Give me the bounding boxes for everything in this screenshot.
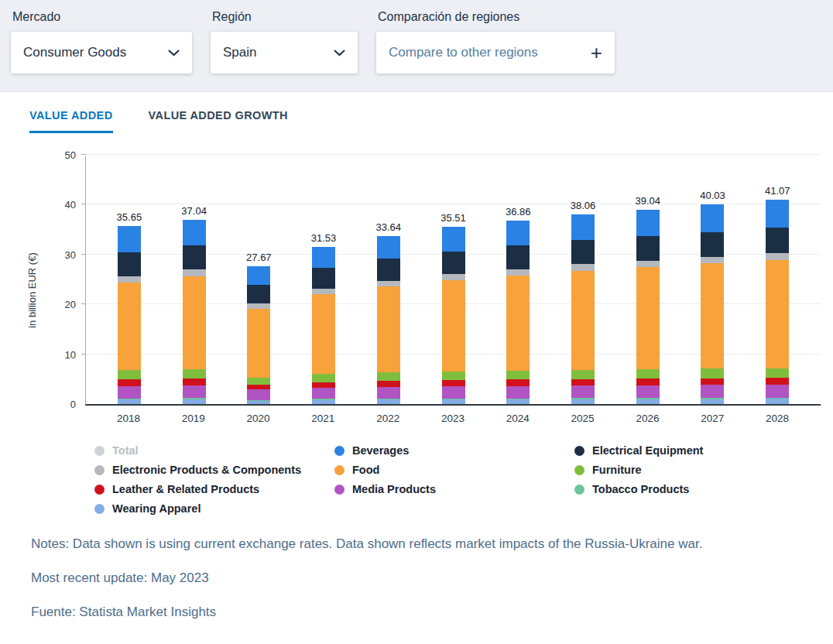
bar-segment <box>766 385 789 398</box>
legend-item[interactable]: Tobacco Products <box>574 483 833 495</box>
bar-segment <box>312 382 335 388</box>
bar-segment <box>442 274 465 280</box>
plot-area: 0102030405035.6537.0427.6731.5333.6435.5… <box>85 156 821 406</box>
y-tick-label: 50 <box>65 149 76 161</box>
legend-dot-icon <box>334 465 345 475</box>
market-label: Mercado <box>12 10 192 24</box>
bar-total-label: 27.67 <box>246 252 272 263</box>
x-tick-label: 2023 <box>420 413 485 424</box>
bar-segment <box>118 399 141 404</box>
x-tick-label: 2024 <box>485 413 550 424</box>
bar-segment <box>701 204 724 231</box>
filters-bar: Mercado Consumer Goods Región Spain Comp… <box>0 0 833 92</box>
bar-stack <box>701 204 724 404</box>
filter-group-market: Mercado Consumer Goods <box>11 10 192 74</box>
region-select[interactable]: Spain <box>211 32 358 74</box>
bar-segment <box>183 399 206 404</box>
y-tick-label: 20 <box>65 299 76 310</box>
compare-regions-button[interactable]: Compare to other regions + <box>376 32 615 74</box>
bar-segment <box>183 245 206 270</box>
bar-segment <box>118 283 141 370</box>
y-tick-label: 0 <box>70 399 76 410</box>
market-select[interactable]: Consumer Goods <box>11 32 192 74</box>
compare-label: Comparación de regiones <box>378 10 615 24</box>
legend-item[interactable]: Food <box>334 464 574 476</box>
bar-segment <box>118 386 141 399</box>
bar-2026: 39.04 <box>615 156 680 404</box>
bar-total-label: 33.64 <box>376 221 402 233</box>
x-tick-label: 2019 <box>161 413 226 424</box>
bar-segment <box>571 240 595 264</box>
bar-segment <box>247 285 270 303</box>
legend-dot-icon <box>334 485 345 495</box>
bar-2018: 35.65 <box>97 156 162 404</box>
bar-segment <box>701 385 724 398</box>
bar-2020: 27.67 <box>226 156 291 404</box>
tab-value-added[interactable]: VALUE ADDED <box>29 109 113 133</box>
bar-stack <box>183 220 206 405</box>
legend-item[interactable]: Electrical Equipment <box>574 444 833 457</box>
bar-segment <box>636 399 660 404</box>
bar-segment <box>766 200 789 228</box>
y-tick-mark <box>81 154 86 155</box>
legend-dot-icon <box>574 485 584 495</box>
bar-segment <box>377 286 400 372</box>
bar-segment <box>312 388 335 399</box>
bar-total-label: 31.53 <box>311 232 337 244</box>
bar-2019: 37.04 <box>162 156 227 404</box>
bar-segment <box>247 401 270 405</box>
legend-dot-icon <box>574 465 584 475</box>
legend-item[interactable]: Leather & Related Products <box>94 483 334 495</box>
tab-value-added-growth[interactable]: VALUE ADDED GROWTH <box>149 109 288 133</box>
x-tick-label: 2026 <box>615 413 680 424</box>
bar-segment <box>571 214 595 240</box>
bar-segment <box>377 387 400 399</box>
bar-2024: 36.86 <box>485 156 550 404</box>
bar-stack <box>118 226 141 404</box>
chart-card: VALUE ADDED VALUE ADDED GROWTH in billio… <box>0 92 833 515</box>
filter-group-compare: Comparación de regiones Compare to other… <box>376 10 615 74</box>
bar-segment <box>247 378 270 385</box>
legend-item[interactable]: Beverages <box>334 444 574 457</box>
bar-segment <box>701 368 724 378</box>
bar-segment <box>442 252 465 275</box>
region-value: Spain <box>223 45 256 60</box>
bar-2023: 35.51 <box>421 156 486 404</box>
bar-stack <box>377 236 400 404</box>
bar-segment <box>571 370 595 379</box>
bar-segment <box>183 276 206 369</box>
bar-segment <box>766 378 789 385</box>
bar-segment <box>766 260 789 368</box>
plus-icon: + <box>591 43 602 63</box>
bar-segment <box>701 232 724 258</box>
legend-item[interactable]: Total <box>94 444 334 457</box>
bar-stack <box>571 214 595 404</box>
bar-segment <box>118 276 141 283</box>
bar-total-label: 41.07 <box>765 185 790 197</box>
bar-segment <box>183 369 206 379</box>
bar-segment <box>571 385 595 398</box>
bar-segment <box>636 236 660 261</box>
bar-segment <box>118 370 141 379</box>
x-axis-labels: 2018201920202021202220232024202520262027… <box>85 413 821 424</box>
legend-dot-icon <box>94 465 105 475</box>
bar-total-label: 35.65 <box>117 211 142 223</box>
legend-dot-icon <box>334 446 345 456</box>
bar-segment <box>377 259 400 280</box>
bar-segment <box>506 269 530 276</box>
bar-segment <box>766 228 789 253</box>
legend-item[interactable]: Furniture <box>574 464 833 476</box>
x-tick-label: 2020 <box>226 413 291 424</box>
legend-item[interactable]: Wearing Apparel <box>94 502 334 515</box>
filter-group-region: Región Spain <box>211 10 358 74</box>
bar-segment <box>571 264 595 270</box>
legend-item[interactable]: Electronic Products & Components <box>94 464 334 476</box>
legend-item[interactable]: Media Products <box>334 483 574 495</box>
bar-segment <box>183 220 206 245</box>
legend-label: Wearing Apparel <box>112 502 201 515</box>
bar-segment <box>636 385 660 399</box>
bar-segment <box>766 253 789 260</box>
bars-container: 35.6537.0427.6731.5333.6435.5136.8638.06… <box>86 156 821 404</box>
bar-segment <box>636 369 660 379</box>
y-axis-title: in billion EUR (€) <box>26 252 38 328</box>
